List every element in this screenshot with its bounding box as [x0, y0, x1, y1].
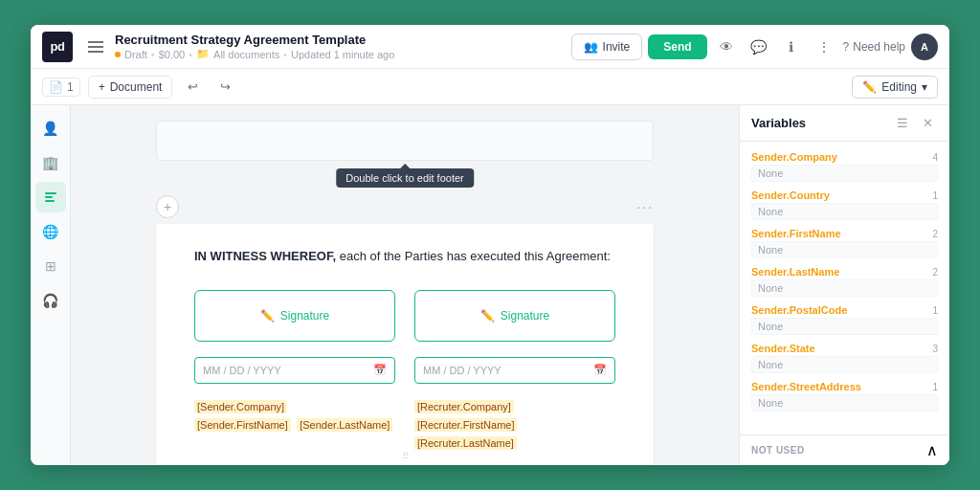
doc-area: Double click to edit footer + ··· IN WIT…: [71, 105, 739, 465]
sidebar-icon-globe[interactable]: 🌐: [35, 216, 66, 247]
status-dot: [115, 52, 121, 57]
add-document-button[interactable]: + Document: [88, 76, 173, 99]
var-item-name: Sender.Country: [751, 189, 830, 201]
variable-col-sender: [Sender.Company] [Sender.FirstName] [Sen…: [194, 397, 395, 452]
panel-header: Variables ☰ ✕: [740, 105, 949, 142]
doc-page: IN WITNESS WHEREOF, each of the Parties …: [156, 224, 654, 465]
sidebar-icon-headset[interactable]: 🎧: [35, 285, 66, 316]
chevron-up-icon: ∧: [926, 441, 938, 459]
signature-row: ✏️ Signature ✏️ Signature: [194, 290, 615, 342]
var-item-name: Sender.PostalCode: [751, 304, 847, 316]
info-button[interactable]: ℹ: [778, 33, 805, 60]
var-item-value[interactable]: None: [751, 203, 938, 220]
date-field-right[interactable]: MM / DD / YYYY 📅: [414, 357, 615, 384]
add-section-button[interactable]: +: [156, 195, 179, 218]
var-item-name: Sender.FirstName: [751, 228, 841, 239]
var-item-count: 1: [932, 382, 938, 392]
send-button[interactable]: Send: [648, 34, 706, 59]
footer-hint-bar[interactable]: [156, 121, 654, 161]
variable-item[interactable]: Sender.Country 1 None: [740, 186, 949, 224]
variable-item[interactable]: Sender.Company 4 None: [740, 147, 949, 186]
chat-button[interactable]: 💬: [746, 33, 772, 60]
variable-item[interactable]: Sender.State 3 None: [740, 339, 949, 377]
date-placeholder-left: MM / DD / YYYY: [203, 365, 281, 376]
invite-label: Invite: [603, 40, 631, 54]
signature-box-right[interactable]: ✏️ Signature: [414, 290, 615, 342]
var-item-value[interactable]: None: [751, 394, 938, 412]
logo: pd: [42, 32, 73, 62]
editing-mode-button[interactable]: ✏️ Editing ▾: [852, 76, 938, 99]
invite-button[interactable]: 👥 Invite: [571, 33, 643, 60]
sidebar-icon-people[interactable]: 👤: [35, 113, 66, 144]
redo-button[interactable]: ↪: [212, 75, 237, 100]
var-item-value[interactable]: None: [751, 241, 938, 258]
more-button[interactable]: ⋮: [811, 33, 837, 60]
var-recruiter-firstname[interactable]: [Recruter.FirstName]: [414, 418, 517, 432]
var-item-value[interactable]: None: [751, 356, 938, 373]
date-field-left[interactable]: MM / DD / YYYY 📅: [194, 357, 395, 384]
var-item-name: Sender.StreetAddress: [751, 381, 861, 392]
var-item-value[interactable]: None: [751, 279, 938, 297]
main-content: 👤 🏢 🌐 ⊞ 🎧 Double click to edit footer + …: [31, 105, 949, 465]
drag-handle[interactable]: ⠿: [402, 451, 409, 461]
left-sidebar: 👤 🏢 🌐 ⊞ 🎧: [31, 105, 71, 465]
var-recruiter-lastname[interactable]: [Recruter.LastName]: [414, 436, 517, 450]
not-used-section[interactable]: NOT USED ∧: [740, 434, 949, 465]
var-item-name: Sender.Company: [751, 151, 837, 163]
undo-button[interactable]: ↩: [180, 75, 205, 100]
meta-updated: Updated 1 minute ago: [291, 49, 394, 60]
var-sender-lastname[interactable]: [Sender.LastName]: [297, 418, 392, 432]
footer-tooltip: Double click to edit footer: [336, 168, 474, 188]
logo-text: pd: [51, 39, 65, 54]
signature-icon-left: ✏️: [260, 309, 275, 323]
help-link[interactable]: ? Need help: [843, 40, 905, 54]
var-item-count: 3: [932, 344, 938, 354]
page-count: 📄 1: [42, 78, 80, 97]
witness-bold: IN WITNESS WHEREOF,: [194, 249, 336, 263]
date-row: MM / DD / YYYY 📅 MM / DD / YYYY 📅: [194, 357, 615, 384]
plus-icon: +: [99, 80, 105, 94]
hamburger-menu[interactable]: [88, 41, 103, 53]
signature-icon-right: ✏️: [480, 309, 495, 323]
var-recruiter-company[interactable]: [Recruter.Company]: [414, 400, 514, 413]
sidebar-icon-grid[interactable]: ⊞: [35, 251, 66, 281]
page-icon: 📄: [49, 80, 63, 94]
footer-area: Double click to edit footer: [156, 113, 654, 161]
variable-item[interactable]: Sender.LastName 2 None: [740, 262, 949, 301]
sidebar-icon-org[interactable]: 🏢: [35, 147, 66, 178]
var-item-count: 4: [932, 152, 938, 163]
help-icon: ?: [843, 40, 850, 54]
var-item-name: Sender.LastName: [751, 266, 839, 278]
variable-item[interactable]: Sender.FirstName 2 None: [740, 224, 949, 262]
variable-item[interactable]: Sender.StreetAddress 1 None: [740, 377, 949, 415]
top-bar: pd Recruitment Strategy Agreement Templa…: [31, 25, 949, 69]
pencil-icon: ✏️: [862, 80, 877, 94]
invite-icon: 👥: [584, 40, 598, 54]
var-item-value[interactable]: None: [751, 318, 938, 335]
not-used-label: NOT USED: [751, 445, 805, 456]
page-number: 1: [67, 80, 74, 94]
variable-col-recruiter: [Recruter.Company] [Recruter.FirstName] …: [414, 397, 615, 452]
var-item-value[interactable]: None: [751, 165, 938, 182]
var-item-count: 1: [932, 190, 938, 201]
sidebar-icon-variables[interactable]: [35, 182, 66, 212]
variable-item[interactable]: Sender.PostalCode 1 None: [740, 301, 949, 339]
more-options-button[interactable]: ···: [636, 199, 654, 214]
document-label: Document: [110, 80, 163, 94]
top-bar-actions: 👥 Invite Send 👁 💬 ℹ ⋮ ? Need help A: [571, 33, 938, 60]
witness-text: IN WITNESS WHEREOF, each of the Parties …: [194, 247, 615, 267]
panel-title: Variables: [751, 116, 806, 130]
avatar[interactable]: A: [911, 33, 938, 60]
panel-list-icon[interactable]: ☰: [892, 113, 913, 134]
date-placeholder-right: MM / DD / YYYY: [423, 365, 501, 376]
svg-rect-2: [45, 200, 55, 202]
var-sender-firstname[interactable]: [Sender.FirstName]: [194, 418, 291, 432]
var-item-count: 2: [932, 267, 938, 278]
var-sender-company[interactable]: [Sender.Company]: [194, 400, 287, 413]
panel-close-icon[interactable]: ✕: [917, 113, 938, 134]
signature-label-right: Signature: [501, 309, 549, 323]
signature-box-left[interactable]: ✏️ Signature: [194, 290, 395, 342]
folder-icon: 📁: [196, 48, 210, 60]
help-label: Need help: [853, 40, 905, 54]
eye-button[interactable]: 👁: [713, 33, 740, 60]
